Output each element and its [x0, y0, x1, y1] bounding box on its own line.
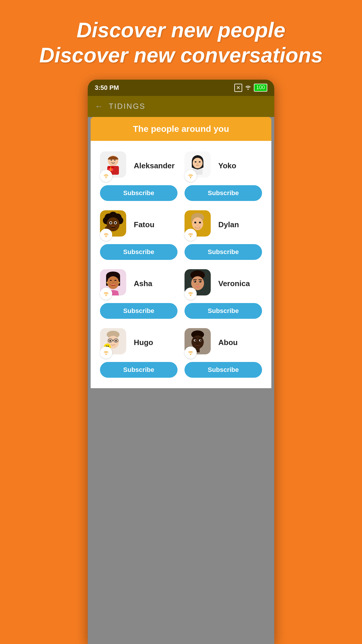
person-top: Hugo — [100, 328, 178, 357]
status-icons: ✕ 100 — [234, 84, 267, 92]
person-top: Aleksander — [100, 151, 178, 181]
person-top: Dylan — [184, 210, 262, 239]
wifi-badge-dylan — [184, 229, 197, 241]
app-header: ← TIDINGS — [88, 96, 274, 117]
svg-point-63 — [115, 340, 117, 341]
person-card-dylan: Dylan Subscribe — [181, 206, 266, 265]
status-bar: 3:50 PM ✕ 100 — [88, 80, 274, 96]
svg-point-38 — [190, 236, 191, 237]
svg-point-9 — [106, 177, 107, 178]
promo-line1: Discover new people — [77, 18, 285, 42]
svg-point-18 — [197, 163, 198, 164]
svg-point-7 — [111, 160, 112, 161]
svg-point-62 — [110, 340, 111, 341]
svg-point-15 — [193, 158, 203, 168]
wifi-badge-abou — [184, 346, 197, 359]
svg-point-74 — [200, 340, 201, 341]
svg-point-55 — [190, 295, 191, 296]
name-hugo: Hugo — [134, 338, 153, 347]
svg-point-8 — [114, 160, 115, 161]
person-card-yoko: Yoko Subscribe — [181, 147, 266, 206]
subscribe-yoko[interactable]: Subscribe — [184, 185, 262, 201]
svg-point-76 — [190, 354, 191, 355]
svg-point-32 — [106, 236, 107, 237]
svg-point-17 — [199, 161, 201, 162]
app-title: TIDINGS — [109, 102, 145, 111]
wifi-badge-asha — [100, 288, 112, 300]
promo-line2: Discover new conversations — [39, 43, 323, 67]
avatar-aleksander — [100, 151, 129, 181]
name-fatou: Fatou — [134, 220, 154, 229]
svg-point-67 — [106, 354, 107, 355]
name-aleksander: Aleksander — [134, 161, 175, 170]
svg-point-37 — [199, 222, 201, 223]
person-card-hugo: Hugo Subscribe — [96, 323, 181, 382]
svg-point-36 — [194, 222, 196, 223]
svg-point-53 — [194, 281, 195, 281]
avatar-abou — [184, 328, 214, 357]
subscribe-asha[interactable]: Subscribe — [100, 303, 178, 319]
person-top: Asha — [100, 269, 178, 298]
subscribe-fatou[interactable]: Subscribe — [100, 244, 178, 260]
person-top: Yoko — [184, 151, 262, 181]
svg-point-19 — [190, 177, 191, 178]
person-card-fatou: Fatou Subscribe — [96, 206, 181, 265]
battery-icon: 100 — [254, 84, 267, 92]
avatar-asha — [100, 269, 129, 298]
svg-point-73 — [195, 340, 196, 341]
avatar-dylan — [184, 210, 214, 239]
status-time: 3:50 PM — [95, 84, 119, 92]
panel-header: The people around you — [91, 117, 271, 141]
wifi-badge-fatou — [100, 229, 112, 241]
name-dylan: Dylan — [218, 220, 239, 229]
wifi-status-icon — [245, 84, 252, 92]
svg-point-0 — [247, 89, 249, 90]
name-abou: Abou — [218, 338, 238, 347]
subscribe-abou[interactable]: Subscribe — [184, 362, 262, 378]
subscribe-aleksander[interactable]: Subscribe — [100, 185, 178, 201]
back-button[interactable]: ← — [95, 102, 103, 111]
person-top: Fatou — [100, 210, 178, 239]
subscribe-dylan[interactable]: Subscribe — [184, 244, 262, 260]
promo-section: Discover new people Discover new convers… — [28, 0, 334, 80]
wifi-badge-hugo — [100, 346, 112, 359]
x-icon: ✕ — [234, 84, 242, 92]
person-top: Abou — [184, 328, 262, 357]
svg-point-30 — [115, 222, 116, 224]
avatar-yoko — [184, 151, 214, 181]
svg-point-29 — [110, 222, 112, 224]
svg-point-54 — [200, 281, 201, 281]
person-top: Veronica — [184, 269, 262, 298]
people-panel: The people around you — [91, 117, 271, 388]
avatar-veronica — [184, 269, 214, 298]
panel-title: The people around you — [133, 124, 229, 134]
people-grid: Aleksander Subscribe — [91, 141, 271, 388]
person-card-aleksander: Aleksander Subscribe — [96, 147, 181, 206]
svg-point-44 — [113, 282, 114, 283]
svg-point-46 — [118, 282, 120, 284]
person-card-asha: Asha Subscribe — [96, 265, 181, 323]
avatar-hugo — [100, 328, 129, 357]
wifi-badge-yoko — [184, 170, 197, 182]
svg-point-16 — [195, 161, 196, 162]
phone-mockup: 3:50 PM ✕ 100 ← TIDINGS The people aroun… — [88, 80, 274, 644]
name-yoko: Yoko — [218, 161, 236, 170]
subscribe-veronica[interactable]: Subscribe — [184, 303, 262, 319]
person-card-veronica: Veronica Subscribe — [181, 265, 266, 323]
person-card-abou: Abou Subscribe — [181, 323, 266, 382]
svg-point-47 — [106, 295, 107, 296]
svg-point-45 — [106, 282, 108, 284]
name-veronica: Veronica — [218, 279, 250, 288]
subscribe-hugo[interactable]: Subscribe — [100, 362, 178, 378]
wifi-badge-veronica — [184, 288, 197, 300]
avatar-fatou — [100, 210, 129, 239]
svg-point-70 — [191, 335, 204, 349]
name-asha: Asha — [134, 279, 152, 288]
wifi-badge-aleksander — [100, 170, 112, 182]
